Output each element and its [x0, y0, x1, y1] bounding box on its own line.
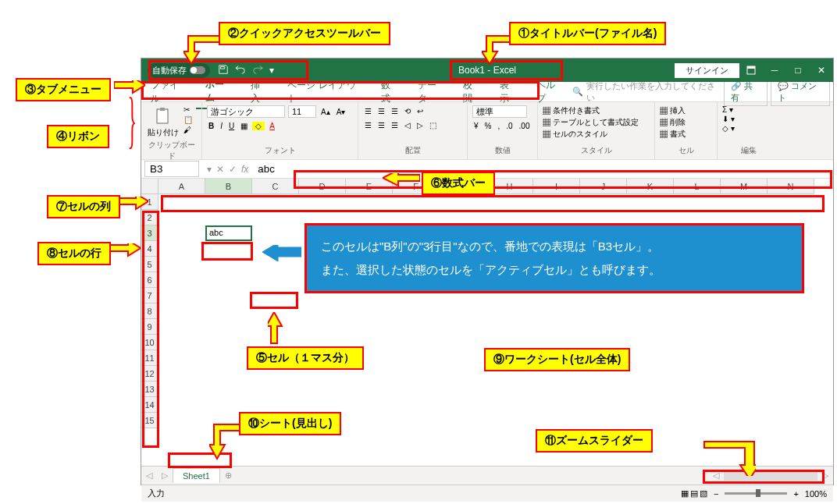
row-header-10[interactable]: 10 [141, 335, 158, 350]
decrease-indent-icon[interactable]: ◁ [403, 119, 412, 131]
redo-icon[interactable] [252, 64, 263, 77]
expand-formula-icon[interactable]: ⌄ [816, 164, 833, 175]
merge-icon[interactable]: ⬚ [428, 119, 438, 131]
col-header-N[interactable]: N [768, 179, 814, 194]
wrap-text-icon[interactable]: ↩ [415, 105, 425, 117]
font-name-select[interactable] [207, 105, 285, 118]
row-header-2[interactable]: 2 [141, 210, 158, 225]
format-as-table-button[interactable]: ▦ テーブルとして書式設定 [543, 117, 639, 128]
bold-button[interactable]: B [207, 120, 215, 132]
row-header-11[interactable]: 11 [141, 350, 158, 366]
orientation-icon[interactable]: ⟲ [403, 105, 412, 117]
cell-B3[interactable]: abc [205, 225, 252, 241]
sheet-nav-next-icon[interactable]: ▷ [157, 470, 173, 481]
row-header-12[interactable]: 12 [141, 366, 158, 382]
select-all-button[interactable] [141, 179, 158, 194]
normal-view-icon[interactable]: ▦ [681, 488, 689, 499]
qat-dropdown-icon[interactable]: ▾ [269, 65, 274, 76]
currency-icon[interactable]: ¥ [472, 120, 480, 132]
format-cells-button[interactable]: ▦ 書式 [660, 129, 686, 140]
cells-group-label: セル [660, 145, 712, 156]
comma-icon[interactable]: , [496, 120, 501, 132]
close-button[interactable]: ✕ [810, 59, 833, 82]
align-bottom-icon[interactable]: ☰ [390, 105, 400, 117]
increase-font-icon[interactable]: A▴ [319, 106, 332, 118]
page-layout-view-icon[interactable]: ▤ [690, 488, 698, 499]
row-header-6[interactable]: 6 [141, 272, 158, 288]
enter-icon[interactable]: ✓ [229, 164, 237, 175]
border-button[interactable]: ▦ [239, 120, 249, 132]
align-left-icon[interactable]: ☰ [363, 119, 373, 131]
fx-icon[interactable]: fx [241, 164, 248, 175]
col-header-M[interactable]: M [721, 179, 768, 194]
cell-styles-button[interactable]: ▦ セルのスタイル [543, 129, 607, 140]
increase-indent-icon[interactable]: ▷ [415, 119, 425, 131]
callout-line2: また、選択した状態のセルを「アクティブセル」とも呼びます。 [321, 258, 788, 282]
minimize-button[interactable]: ─ [763, 59, 786, 82]
undo-icon[interactable] [235, 64, 246, 77]
zoom-slider[interactable] [725, 492, 787, 495]
annotation-column: ⑦セルの列 [47, 195, 120, 218]
maximize-button[interactable]: □ [786, 59, 810, 82]
hscroll-right-icon[interactable]: ▷ [817, 470, 833, 481]
new-sheet-icon[interactable]: ⊕ [220, 470, 237, 481]
svg-rect-2 [157, 109, 168, 123]
clear-button[interactable]: ◇ ▾ [722, 124, 735, 133]
font-group-label: フォント [207, 145, 353, 156]
fill-color-button[interactable]: ◇ [252, 122, 265, 130]
name-box-dropdown-icon[interactable]: ▾ [207, 164, 212, 175]
decrease-font-icon[interactable]: A▾ [335, 106, 347, 118]
row-header-4[interactable]: 4 [141, 241, 158, 257]
sheet-nav-prev-icon[interactable]: ◁ [141, 470, 157, 481]
underline-button[interactable]: U [227, 120, 236, 132]
increase-decimal-icon[interactable]: .0 [504, 120, 514, 132]
decrease-decimal-icon[interactable]: .00 [518, 120, 532, 132]
conditional-format-button[interactable]: ▦ 条件付き書式 [543, 105, 600, 116]
row-header-14[interactable]: 14 [141, 397, 158, 413]
row-header-7[interactable]: 7 [141, 288, 158, 303]
fill-button[interactable]: ⬇ ▾ [722, 115, 735, 123]
zoom-out-button[interactable]: − [714, 489, 718, 499]
row-header-3[interactable]: 3 [141, 225, 158, 241]
autosum-button[interactable]: Σ ▾ [722, 105, 733, 114]
format-painter-icon[interactable]: 🖌 [183, 126, 193, 134]
align-middle-icon[interactable]: ☰ [376, 105, 386, 117]
col-header-L[interactable]: L [674, 179, 721, 194]
tell-me-search[interactable]: 🔍 実行したい作業を入力してください [572, 80, 724, 104]
formula-input[interactable] [253, 161, 816, 176]
row-header-9[interactable]: 9 [141, 319, 158, 335]
row-header-5[interactable]: 5 [141, 257, 158, 272]
row-header-13[interactable]: 13 [141, 382, 158, 397]
row-header-8[interactable]: 8 [141, 303, 158, 319]
font-size-select[interactable] [288, 105, 316, 118]
sheet-tab-sheet1[interactable]: Sheet1 [173, 468, 220, 483]
zoom-in-button[interactable]: + [793, 489, 798, 499]
delete-cells-button[interactable]: ▦ 削除 [660, 117, 686, 128]
number-format-select[interactable] [472, 105, 527, 118]
name-box[interactable] [144, 161, 199, 177]
col-header-B[interactable]: B [205, 179, 252, 194]
col-header-A[interactable]: A [158, 179, 205, 194]
col-header-J[interactable]: J [580, 179, 627, 194]
zoom-level[interactable]: 100% [805, 489, 827, 499]
signin-button[interactable]: サインイン [675, 63, 739, 78]
page-break-view-icon[interactable]: ▧ [700, 488, 707, 499]
col-header-K[interactable]: K [627, 179, 674, 194]
col-header-C[interactable]: C [252, 179, 299, 194]
insert-cells-button[interactable]: ▦ 挿入 [660, 105, 686, 116]
copy-icon[interactable]: 📋 [183, 115, 193, 124]
percent-icon[interactable]: % [483, 120, 493, 132]
italic-button[interactable]: I [219, 120, 224, 132]
paste-button[interactable]: 貼り付け [146, 105, 180, 140]
col-header-I[interactable]: I [533, 179, 580, 194]
cancel-icon[interactable]: ✕ [216, 164, 224, 175]
svg-rect-3 [160, 108, 165, 111]
align-top-icon[interactable]: ☰ [363, 105, 373, 117]
row-header-15[interactable]: 15 [141, 413, 158, 428]
col-header-D[interactable]: D [299, 179, 346, 194]
cut-icon[interactable]: ✂ [183, 105, 193, 114]
align-right-icon[interactable]: ☰ [390, 119, 400, 131]
font-color-button[interactable]: A [268, 120, 276, 132]
ribbon-display-icon[interactable] [739, 59, 763, 82]
align-center-icon[interactable]: ☰ [376, 119, 386, 131]
